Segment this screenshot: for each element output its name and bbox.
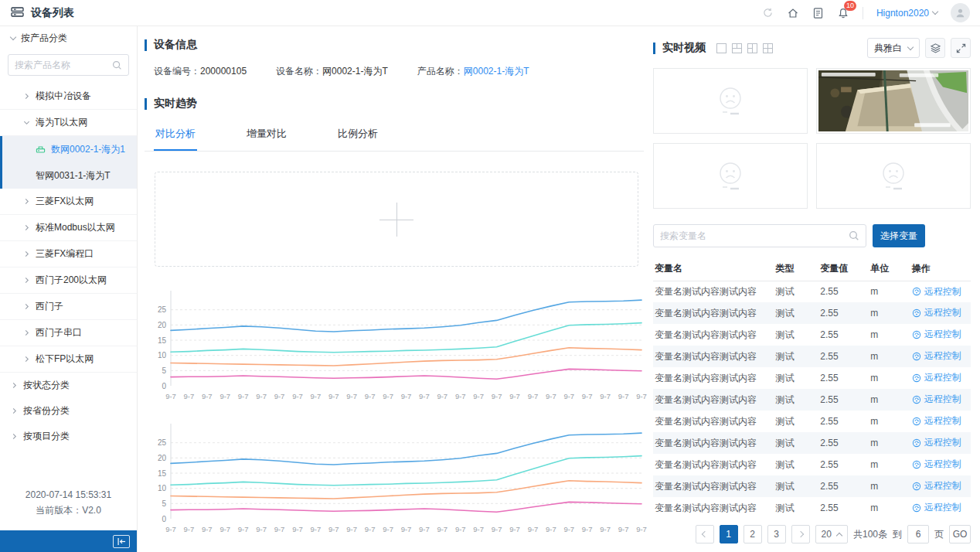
svg-text:9-7: 9-7 xyxy=(636,392,647,400)
page-title: 设备列表 xyxy=(31,6,74,20)
field-value: 200000105 xyxy=(200,66,247,77)
layout-single-icon[interactable] xyxy=(716,43,726,53)
svg-text:5: 5 xyxy=(162,499,166,508)
remote-control-label: 远程控制 xyxy=(924,501,961,514)
home-icon[interactable] xyxy=(787,7,799,19)
footer-version: 当前版本：V2.0 xyxy=(0,503,137,518)
svg-text:9-7: 9-7 xyxy=(509,392,520,400)
svg-text:9-7: 9-7 xyxy=(256,392,267,400)
sidebar-group-2[interactable]: 按项目分类 xyxy=(0,424,137,449)
next-page-button[interactable] xyxy=(791,525,810,543)
sidebar-item-9[interactable]: 西门子串口 xyxy=(0,320,137,346)
layout-two-split-icon[interactable] xyxy=(732,43,742,53)
svg-text:9-7: 9-7 xyxy=(219,525,230,533)
sidebar-group-0[interactable]: 按状态分类 xyxy=(0,373,137,398)
remote-control-link[interactable]: 远程控制 xyxy=(912,414,961,428)
svg-text:9-7: 9-7 xyxy=(618,525,629,533)
user-menu[interactable]: Hignton2020 xyxy=(876,8,937,19)
remote-control-link[interactable]: 远程控制 xyxy=(912,436,961,449)
collapse-sidebar-icon[interactable] xyxy=(113,535,130,548)
video-slot-4-empty[interactable] xyxy=(816,143,971,209)
sidebar-item-label: 西门子200以太网 xyxy=(36,274,107,287)
add-variable-dropzone[interactable] xyxy=(155,172,638,267)
cell-name: 变量名测试内容测试内容 xyxy=(653,432,774,454)
remote-control-link[interactable]: 远程控制 xyxy=(912,458,961,471)
remote-control-link[interactable]: 远程控制 xyxy=(912,393,961,406)
chevron-up-icon xyxy=(836,532,842,538)
variable-search-input[interactable] xyxy=(660,230,849,241)
theme-select[interactable]: 典雅白 xyxy=(867,38,920,58)
fullscreen-icon[interactable] xyxy=(951,38,971,58)
svg-text:9-7: 9-7 xyxy=(328,392,339,400)
svg-text:9-7: 9-7 xyxy=(473,392,484,400)
remote-control-link[interactable]: 远程控制 xyxy=(912,501,961,514)
device-list-icon xyxy=(11,6,24,20)
svg-text:9-7: 9-7 xyxy=(292,525,303,533)
go-button[interactable]: GO xyxy=(949,525,971,543)
tab-1[interactable]: 增量对比 xyxy=(245,118,288,151)
cell-value: 2.55 xyxy=(818,432,869,454)
sidebar-group-label: 按省份分类 xyxy=(23,404,70,417)
table-row-2: 变量名测试内容测试内容测试2.55m远程控制 xyxy=(653,324,971,346)
refresh-icon[interactable] xyxy=(762,7,774,19)
remote-control-link[interactable]: 远程控制 xyxy=(912,479,961,492)
tab-0[interactable]: 对比分析 xyxy=(154,118,197,151)
prev-page-button[interactable] xyxy=(696,525,714,543)
sidebar-item-by-product[interactable]: 按产品分类 xyxy=(0,26,137,49)
cell-value: 2.55 xyxy=(818,346,869,367)
svg-text:15: 15 xyxy=(158,336,167,345)
search-icon[interactable] xyxy=(112,60,122,70)
table-row-8: 变量名测试内容测试内容测试2.55m远程控制 xyxy=(653,454,971,475)
video-slot-1-empty[interactable] xyxy=(653,68,808,134)
layout-three-split-icon[interactable] xyxy=(747,43,757,53)
sidebar-group-1[interactable]: 按省份分类 xyxy=(0,398,137,424)
remote-control-link[interactable]: 远程控制 xyxy=(912,328,961,341)
svg-text:9-7: 9-7 xyxy=(165,525,176,533)
sidebar-item-1[interactable]: 海为T以太网 xyxy=(0,110,137,136)
device-icon xyxy=(36,145,46,155)
svg-text:10: 10 xyxy=(158,484,167,492)
search-icon[interactable] xyxy=(849,230,859,241)
page-size-select[interactable]: 20 xyxy=(815,525,848,543)
sidebar-item-8[interactable]: 西门子 xyxy=(0,294,137,320)
notifications-bell-icon[interactable]: 10 xyxy=(837,7,849,19)
remote-control-link[interactable]: 远程控制 xyxy=(912,371,961,384)
jump-prefix-label: 到 xyxy=(893,528,902,541)
layers-icon[interactable] xyxy=(925,38,945,58)
username: Hignton2020 xyxy=(876,8,929,19)
sidebar-item-2-selected[interactable]: 数网0002-1-海为1 xyxy=(0,136,137,162)
tab-2[interactable]: 比例分析 xyxy=(336,118,379,151)
video-slot-2-live-feed[interactable] xyxy=(816,68,971,134)
trend-tabs: 对比分析增量对比比例分析 xyxy=(145,118,644,152)
sidebar-item-5[interactable]: 标准Modbus以太网 xyxy=(0,215,137,241)
remote-control-link[interactable]: 远程控制 xyxy=(912,306,961,319)
svg-text:15: 15 xyxy=(158,469,167,478)
svg-text:9-7: 9-7 xyxy=(311,525,322,533)
chevron-right-icon xyxy=(11,407,18,414)
page-button-3[interactable]: 3 xyxy=(767,525,786,543)
sidebar-item-4[interactable]: 三菱FX以太网 xyxy=(0,189,137,215)
remote-control-link[interactable]: 远程控制 xyxy=(912,285,961,298)
chevron-right-icon xyxy=(11,382,18,389)
svg-text:20: 20 xyxy=(158,454,167,462)
document-icon[interactable] xyxy=(812,7,824,19)
page-jump-input[interactable] xyxy=(907,525,929,543)
remote-control-icon xyxy=(912,503,921,513)
svg-text:25: 25 xyxy=(158,438,167,447)
layout-grid-icon[interactable] xyxy=(763,43,773,53)
page-button-2[interactable]: 2 xyxy=(744,525,762,543)
column-header: 变量名 xyxy=(653,257,774,281)
cell-name: 变量名测试内容测试内容 xyxy=(653,389,774,411)
sidebar-item-7[interactable]: 西门子200以太网 xyxy=(0,267,137,294)
product-search-input[interactable] xyxy=(15,60,112,70)
select-variable-button[interactable]: 选择变量 xyxy=(873,224,925,247)
sidebar-item-0[interactable]: 模拟中冶设备 xyxy=(0,83,137,110)
page-button-1[interactable]: 1 xyxy=(720,525,738,543)
avatar[interactable] xyxy=(951,3,970,22)
field-value[interactable]: 网0002-1-海为T xyxy=(464,66,529,77)
sidebar-item-6[interactable]: 三菱FX编程口 xyxy=(0,241,137,267)
video-slot-3-empty[interactable] xyxy=(653,143,808,209)
remote-control-link[interactable]: 远程控制 xyxy=(912,349,961,363)
sidebar-item-10[interactable]: 松下FP以太网 xyxy=(0,346,137,373)
sidebar-item-3[interactable]: 智网0031-1-海为T xyxy=(0,162,137,189)
